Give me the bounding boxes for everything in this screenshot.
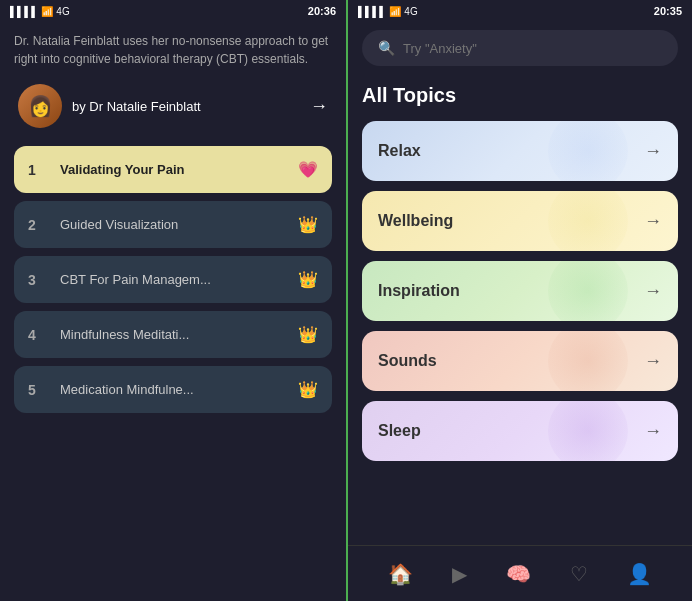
- track-list: 1 Validating Your Pain 💗 2 Guided Visual…: [14, 146, 332, 413]
- nav-favorites[interactable]: ♡: [562, 554, 596, 594]
- network-type: 4G: [56, 6, 69, 17]
- right-clock: 20:35: [654, 5, 682, 17]
- track-lock-icon: 👑: [298, 325, 318, 344]
- nav-play[interactable]: ▶: [444, 554, 475, 594]
- track-item-5[interactable]: 5 Medication Mindfulne... 👑: [14, 366, 332, 413]
- avatar: 👩: [18, 84, 62, 128]
- track-number: 1: [28, 162, 48, 178]
- track-number: 5: [28, 382, 48, 398]
- nav-mindfulness[interactable]: 🧠: [498, 554, 539, 594]
- track-number: 4: [28, 327, 48, 343]
- right-status-icons: ▌▌▌▌ 📶 4G: [358, 6, 418, 17]
- topic-card-wellbeing[interactable]: Wellbeing →: [362, 191, 678, 251]
- left-clock: 20:36: [308, 5, 336, 17]
- nav-home[interactable]: 🏠: [380, 554, 421, 594]
- wifi-icon-right: 📶: [389, 6, 401, 17]
- topic-card-relax[interactable]: Relax →: [362, 121, 678, 181]
- topic-card-sounds[interactable]: Sounds →: [362, 331, 678, 391]
- all-topics-title: All Topics: [362, 84, 678, 107]
- topic-label: Sounds: [378, 352, 437, 370]
- track-item-1[interactable]: 1 Validating Your Pain 💗: [14, 146, 332, 193]
- nav-profile[interactable]: 👤: [619, 554, 660, 594]
- right-content: 🔍 All Topics Relax → Wellbeing → Inspira…: [348, 22, 692, 545]
- topic-label: Sleep: [378, 422, 421, 440]
- search-icon: 🔍: [378, 40, 395, 56]
- network-type-right: 4G: [404, 6, 417, 17]
- topic-decoration: [548, 191, 628, 251]
- track-item-2[interactable]: 2 Guided Visualization 👑: [14, 201, 332, 248]
- track-number: 2: [28, 217, 48, 233]
- track-lock-icon: 👑: [298, 270, 318, 289]
- avatar-image: 👩: [28, 94, 53, 118]
- track-title: Validating Your Pain: [60, 162, 286, 177]
- topic-decoration: [548, 121, 628, 181]
- topic-arrow-icon: →: [644, 421, 662, 442]
- left-content: Dr. Natalia Feinblatt uses her no-nonsen…: [0, 22, 346, 601]
- track-number: 3: [28, 272, 48, 288]
- topic-decoration: [548, 331, 628, 391]
- track-item-4[interactable]: 4 Mindfulness Meditati... 👑: [14, 311, 332, 358]
- topic-label: Relax: [378, 142, 421, 160]
- author-arrow-icon[interactable]: →: [310, 96, 328, 117]
- track-lock-icon: 💗: [298, 160, 318, 179]
- track-item-3[interactable]: 3 CBT For Pain Managem... 👑: [14, 256, 332, 303]
- signal-icon: ▌▌▌▌: [10, 6, 38, 17]
- topic-decoration: [548, 261, 628, 321]
- track-title: Medication Mindfulne...: [60, 382, 286, 397]
- topic-card-sleep[interactable]: Sleep →: [362, 401, 678, 461]
- track-title: Mindfulness Meditati...: [60, 327, 286, 342]
- topic-arrow-icon: →: [644, 211, 662, 232]
- status-bar-left: ▌▌▌▌ 📶 4G 20:36: [0, 0, 346, 22]
- author-info: 👩 by Dr Natalie Feinblatt: [18, 84, 201, 128]
- topic-arrow-icon: →: [644, 141, 662, 162]
- author-row[interactable]: 👩 by Dr Natalie Feinblatt →: [14, 84, 332, 128]
- signal-icon-right: ▌▌▌▌: [358, 6, 386, 17]
- search-input[interactable]: [403, 41, 662, 56]
- author-name: by Dr Natalie Feinblatt: [72, 99, 201, 114]
- topic-label: Inspiration: [378, 282, 460, 300]
- search-bar[interactable]: 🔍: [362, 30, 678, 66]
- left-panel: ▌▌▌▌ 📶 4G 20:36 Dr. Natalia Feinblatt us…: [0, 0, 346, 601]
- wifi-icon: 📶: [41, 6, 53, 17]
- topic-label: Wellbeing: [378, 212, 453, 230]
- topic-list: Relax → Wellbeing → Inspiration → Sounds…: [362, 121, 678, 461]
- topic-arrow-icon: →: [644, 281, 662, 302]
- topic-arrow-icon: →: [644, 351, 662, 372]
- bottom-nav: 🏠 ▶ 🧠 ♡ 👤: [348, 545, 692, 601]
- status-bar-right: ▌▌▌▌ 📶 4G 20:35: [348, 0, 692, 22]
- track-title: Guided Visualization: [60, 217, 286, 232]
- track-title: CBT For Pain Managem...: [60, 272, 286, 287]
- description: Dr. Natalia Feinblatt uses her no-nonsen…: [14, 32, 332, 68]
- track-lock-icon: 👑: [298, 215, 318, 234]
- topic-decoration: [548, 401, 628, 461]
- left-status-icons: ▌▌▌▌ 📶 4G: [10, 6, 70, 17]
- right-panel: ▌▌▌▌ 📶 4G 20:35 🔍 All Topics Relax → Wel…: [346, 0, 692, 601]
- track-lock-icon: 👑: [298, 380, 318, 399]
- topic-card-inspiration[interactable]: Inspiration →: [362, 261, 678, 321]
